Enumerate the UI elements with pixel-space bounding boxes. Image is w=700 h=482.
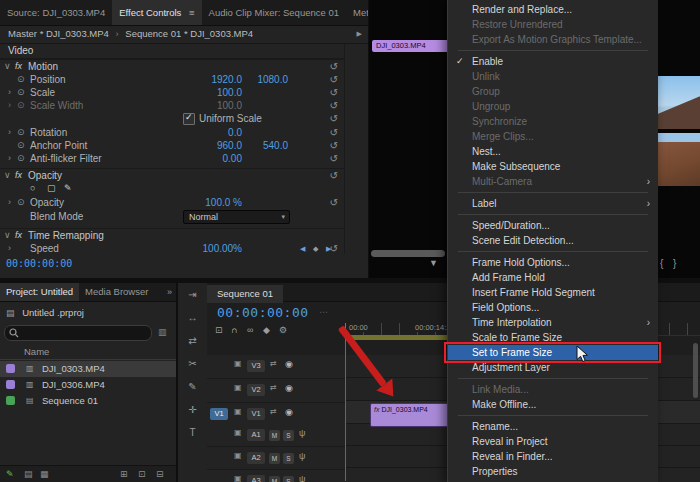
context-menu-item[interactable]: ✓ Reveal in Finder... ›	[448, 449, 658, 464]
toggle-track-output-icon[interactable]: ◉	[285, 407, 293, 417]
voiceover-record-icon[interactable]: ψ	[299, 428, 305, 438]
reset-icon[interactable]: ↺	[330, 126, 338, 139]
uniform-scale-checkbox[interactable]: ✓	[183, 113, 195, 125]
pen-mask-icon[interactable]: ✎	[64, 182, 72, 195]
context-menu-item[interactable]: ✓ Rename... ›	[448, 419, 658, 434]
rotation-value[interactable]: 0.0	[196, 126, 242, 139]
blend-mode-dropdown[interactable]: Normal ▾	[183, 210, 290, 224]
context-menu-item[interactable]: ✓ Nest... ›	[448, 144, 658, 159]
track-target-badge[interactable]: V3	[247, 360, 265, 372]
solo-button[interactable]: S	[283, 453, 294, 464]
ellipse-mask-icon[interactable]: ○	[30, 182, 35, 195]
track-lock-icon[interactable]: ▣	[234, 474, 242, 482]
search-filter-icon[interactable]: ▥	[158, 327, 167, 337]
track-target-badge[interactable]: A3	[247, 475, 265, 482]
label-color-chip[interactable]	[6, 396, 15, 405]
search-input[interactable]	[4, 325, 152, 341]
reset-icon[interactable]: ↺	[330, 60, 338, 73]
rect-mask-icon[interactable]: ▢	[47, 182, 56, 195]
linked-selection-icon[interactable]: ∞	[247, 325, 253, 335]
column-header-name[interactable]: Name	[0, 345, 176, 360]
collapse-timeline-icon[interactable]: ▶	[357, 25, 362, 43]
mute-button[interactable]: M	[269, 430, 280, 441]
context-menu-item[interactable]: ✓ Render and Replace... ›	[448, 2, 658, 17]
ripple-edit-tool[interactable]: ↔	[178, 306, 207, 329]
anchor-y-value[interactable]: 540.0	[242, 139, 288, 152]
effect-name[interactable]: Opacity	[28, 169, 62, 182]
project-writable-icon[interactable]: ✎	[6, 466, 14, 482]
context-menu-item[interactable]: ✓ Scene Edit Detection... ›	[448, 233, 658, 248]
razor-tool[interactable]: ✂	[178, 352, 207, 375]
project-item-dji-0303[interactable]: ▥ DJI_0303.MP4	[0, 361, 176, 377]
effect-name[interactable]: Motion	[28, 60, 58, 73]
twirl-icon[interactable]: ∨	[4, 229, 11, 242]
context-menu-item[interactable]: ✓ Add Frame Hold ›	[448, 270, 658, 285]
tab-overflow-icon[interactable]: »	[167, 283, 176, 301]
project-item-sequence-01[interactable]: ▤ Sequence 01	[0, 393, 176, 409]
anchor-x-value[interactable]: 960.0	[196, 139, 242, 152]
reset-icon[interactable]: ↺	[330, 99, 338, 112]
track-target-badge[interactable]: A2	[247, 452, 265, 464]
effect-name[interactable]: Time Remapping	[28, 229, 104, 242]
tab-media-browser[interactable]: Media Browser	[79, 283, 154, 301]
new-item-icon[interactable]: ⊡	[138, 466, 146, 482]
stopwatch-icon[interactable]: ⊙	[17, 139, 25, 152]
twirl-icon[interactable]: ›	[8, 86, 11, 99]
twirl-icon[interactable]: ›	[8, 126, 11, 139]
context-menu-item[interactable]: ✓ Label ›	[448, 196, 658, 211]
master-clip-link[interactable]: Master * DJI_0303.MP4	[8, 28, 109, 39]
tab-project[interactable]: Project: Untitled	[0, 283, 79, 301]
project-item-dji-0306[interactable]: ▥ DJI_0306.MP4	[0, 377, 176, 393]
twirl-icon[interactable]: ›	[8, 152, 11, 165]
anti-flicker-value[interactable]: 0.00	[196, 152, 242, 165]
stopwatch-icon[interactable]: ⊙	[17, 126, 25, 139]
timeline-clip[interactable]: fxDJI_0303.MP4	[370, 403, 456, 427]
context-menu-item[interactable]: ✓ Export As Motion Graphics Template... …	[448, 32, 658, 47]
scale-value[interactable]: 100.0	[196, 86, 242, 99]
panel-splitter[interactable]	[344, 44, 345, 254]
prev-keyframe-icon[interactable]: ◀	[300, 242, 305, 255]
timeline-vertical-scrollbar[interactable]	[693, 343, 698, 398]
opacity-value[interactable]: 100.0 %	[196, 196, 242, 209]
stopwatch-icon[interactable]: ⊙	[17, 196, 25, 209]
track-lock-icon[interactable]: ▣	[234, 383, 242, 392]
label-color-chip[interactable]	[6, 364, 15, 373]
context-menu-item[interactable]: ✓ Make Subsequence ›	[448, 159, 658, 174]
sync-lock-icon[interactable]: ⇄	[270, 359, 277, 368]
reset-icon[interactable]: ↺	[330, 139, 338, 152]
add-keyframe-icon[interactable]: ◆	[313, 242, 318, 255]
context-menu-item[interactable]: ✓ Field Options... ›	[448, 300, 658, 315]
context-menu-item[interactable]: ✓ Reveal in Project ›	[448, 434, 658, 449]
twirl-icon[interactable]: ›	[8, 242, 11, 255]
context-menu-item[interactable]: ✓ Link Media... ›	[448, 382, 658, 397]
track-lock-icon[interactable]: ▣	[234, 359, 242, 368]
context-menu-item[interactable]: ✓ Restore Unrendered ›	[448, 17, 658, 32]
insert-overwrite-icon[interactable]: ⊡	[215, 325, 223, 335]
reset-icon[interactable]: ↺	[330, 86, 338, 99]
context-menu-item[interactable]: ✓ Make Offline... ›	[448, 397, 658, 412]
context-menu-item[interactable]: ✓ Merge Clips... ›	[448, 129, 658, 144]
timeline-timecode[interactable]: 00:00:00:00	[217, 305, 309, 320]
effect-controls-timecode[interactable]: 00:00:00:00	[6, 258, 72, 269]
mute-button[interactable]: M	[269, 453, 280, 464]
panel-menu-icon[interactable]: ≡	[189, 7, 195, 18]
mark-out-button[interactable]: }	[673, 258, 676, 269]
icon-view-icon[interactable]: ▦	[40, 466, 49, 482]
track-select-forward-tool[interactable]: ⇥	[178, 283, 207, 306]
voiceover-record-icon[interactable]: ψ	[299, 474, 305, 482]
list-view-icon[interactable]: ▤	[24, 466, 33, 482]
type-tool[interactable]: T	[178, 421, 207, 444]
context-menu-item[interactable]: ✓ ›	[448, 375, 658, 382]
pen-tool[interactable]: ✎	[178, 375, 207, 398]
add-marker-icon[interactable]: ◆	[263, 325, 270, 335]
twirl-icon[interactable]: ∨	[4, 169, 11, 182]
context-menu-item[interactable]: ✓ ›	[448, 189, 658, 196]
track-target-badge[interactable]: A1	[247, 429, 265, 441]
context-menu-item[interactable]: ✓ Frame Hold Options... ›	[448, 255, 658, 270]
effect-group-time-remapping[interactable]: ∨ fx Time Remapping	[0, 228, 344, 242]
context-menu-item[interactable]: ✓ Ungroup ›	[448, 99, 658, 114]
stopwatch-icon[interactable]: ⊙	[17, 73, 25, 86]
context-menu-item[interactable]: ✓ Multi-Camera ›	[448, 174, 658, 189]
tab-metadata[interactable]: Metadata	[346, 0, 368, 25]
context-menu-item[interactable]: ✓ ›	[448, 248, 658, 255]
